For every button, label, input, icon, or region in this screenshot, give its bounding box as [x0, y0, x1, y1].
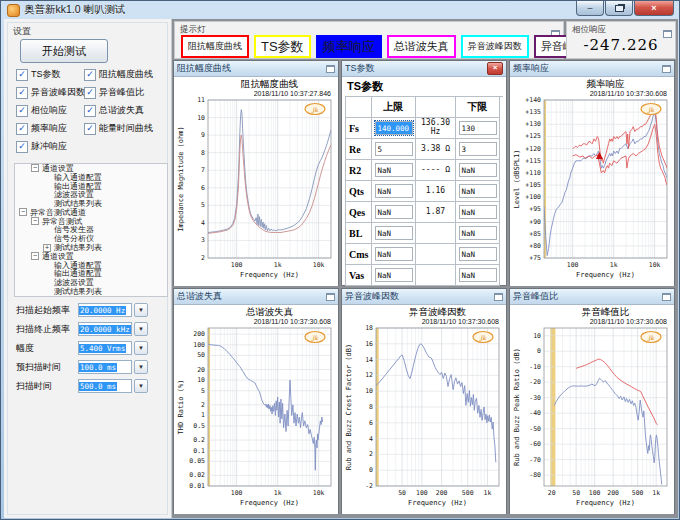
impedance-panel-titlebar[interactable]: 阻抗幅度曲线 — [174, 61, 338, 77]
minimize-button[interactable]: – — [576, 1, 604, 16]
dropdown-arrow-icon[interactable]: ▼ — [134, 341, 148, 355]
settings-header: 设置 — [13, 25, 31, 38]
field-control[interactable]: 100.0 ms▼ — [78, 360, 148, 374]
checkbox-item[interactable]: ✓频率响应 — [16, 123, 84, 134]
tree-item[interactable]: −异常音测试通道 — [15, 208, 167, 217]
checkbox-item[interactable]: ✓阻抗幅度曲线 — [84, 69, 166, 80]
svg-text:-60: -60 — [529, 440, 541, 448]
tree-expander-icon[interactable]: − — [31, 164, 39, 172]
maximize-icon[interactable] — [494, 293, 503, 301]
checkbox-icon[interactable]: ✓ — [16, 141, 28, 153]
checkbox-item[interactable]: ✓相位响应 — [16, 105, 84, 116]
maximize-icon[interactable] — [326, 293, 335, 301]
field-value: 20.0000 kHz — [79, 325, 131, 334]
crest-factor-chart: -2024681012141618501002005001kFrequency … — [342, 305, 506, 514]
svg-text:12: 12 — [365, 371, 373, 379]
svg-text:2: 2 — [201, 254, 205, 262]
svg-text:-20: -20 — [529, 378, 541, 386]
checkbox-icon[interactable]: ✓ — [16, 123, 28, 135]
tree-expander-icon[interactable]: − — [19, 208, 27, 216]
field-control[interactable]: 500.0 ms▼ — [78, 379, 148, 393]
checkbox-icon[interactable]: ✓ — [84, 123, 96, 135]
svg-text:4: 4 — [201, 219, 205, 227]
checkbox-item[interactable]: ✓异音波峰因数 — [16, 87, 84, 98]
checkbox-icon[interactable]: ✓ — [84, 69, 96, 81]
ts-upper-input[interactable]: NaN — [375, 205, 413, 219]
field-value-box[interactable]: 100.0 ms — [78, 360, 132, 374]
svg-text:1k: 1k — [274, 261, 282, 269]
svg-text:+115: +115 — [525, 157, 541, 165]
svg-text:200: 200 — [193, 330, 205, 338]
ts-upper-input[interactable]: NaN — [375, 163, 413, 177]
start-test-button[interactable]: 开始测试 — [20, 39, 108, 63]
indicator-light[interactable]: 阻抗幅度曲线 — [181, 35, 249, 58]
ts-lower-input[interactable]: NaN — [459, 268, 497, 282]
svg-text:8: 8 — [201, 149, 205, 157]
ts-upper-input[interactable]: NaN — [375, 226, 413, 240]
ts-lower-input[interactable]: 3 — [459, 142, 497, 156]
maximize-icon[interactable] — [326, 65, 335, 73]
field-value-box[interactable]: 5.400 Vrms — [78, 341, 132, 355]
maximize-icon[interactable] — [662, 293, 671, 301]
dropdown-arrow-icon[interactable]: ▼ — [134, 379, 148, 393]
ts-lower-input[interactable]: NaN — [459, 205, 497, 219]
thd-panel-titlebar[interactable]: 总谐波失真 — [174, 289, 338, 305]
ts-lower-input[interactable]: NaN — [459, 163, 497, 177]
checkbox-icon[interactable]: ✓ — [16, 105, 28, 117]
ts-upper-input[interactable]: NaN — [375, 184, 413, 198]
indicator-light[interactable]: 异音波峰因数 — [461, 35, 529, 58]
ts-lower-input[interactable]: 130 — [459, 121, 497, 135]
svg-text:11: 11 — [197, 96, 205, 104]
indicator-light[interactable]: 总谐波失真 — [387, 35, 456, 58]
ts-upper-input[interactable]: 5 — [375, 142, 413, 156]
checkbox-icon[interactable]: ✓ — [84, 87, 96, 99]
restore-button[interactable] — [605, 1, 633, 16]
tree-expander-icon[interactable]: − — [31, 217, 39, 225]
svg-text:2018/11/10 10:37:27.846: 2018/11/10 10:37:27.846 — [254, 90, 331, 97]
checkbox-icon[interactable]: ✓ — [84, 105, 96, 117]
dropdown-arrow-icon[interactable]: ▼ — [134, 303, 148, 317]
ts-lower-input[interactable]: NaN — [459, 226, 497, 240]
ts-panel-titlebar[interactable]: TS参数 × — [342, 61, 506, 77]
field-control[interactable]: 20.0000 Hz▼ — [78, 303, 148, 317]
field-control[interactable]: 5.400 Vrms▼ — [78, 341, 148, 355]
tree-item[interactable]: +测试结果列表 — [15, 243, 167, 252]
ts-upper-input[interactable]: NaN — [375, 247, 413, 261]
ts-lower-input[interactable]: NaN — [459, 184, 497, 198]
ts-measured-value: 1.16 — [416, 181, 456, 202]
field-value-box[interactable]: 20.0000 kHz — [78, 322, 132, 336]
checkbox-item[interactable]: ✓TS参数 — [16, 69, 84, 80]
svg-text:+80: +80 — [529, 242, 541, 250]
freq-panel-titlebar[interactable]: 频率响应 — [510, 61, 674, 77]
checkbox-item[interactable]: ✓总谐波失真 — [84, 105, 166, 116]
ts-upper-input[interactable]: NaN — [375, 268, 413, 282]
test-tree[interactable]: −通道设置输入通道配置输出通道配置滤波器设置测试结果列表−异常音测试通道−异常音… — [14, 163, 168, 297]
checkbox-item[interactable]: ✓脉冲响应 — [16, 141, 84, 152]
checkbox-label: 阻抗幅度曲线 — [99, 68, 153, 81]
checkbox-item[interactable]: ✓异音峰值比 — [84, 87, 166, 98]
maximize-icon[interactable] — [662, 65, 671, 73]
ts-upper-input[interactable]: 140.000 — [375, 121, 413, 135]
svg-text:Frequency (Hz): Frequency (Hz) — [576, 271, 635, 279]
field-value-box[interactable]: 20.0000 Hz — [78, 303, 132, 317]
tree-expander-icon[interactable]: − — [31, 252, 39, 260]
svg-text:Rub and Buzz Crest Factor (dB): Rub and Buzz Crest Factor (dB) — [345, 344, 353, 470]
close-button[interactable]: × — [634, 1, 674, 16]
crest-panel-titlebar[interactable]: 异音波峰因数 — [342, 289, 506, 305]
dropdown-arrow-icon[interactable]: ▼ — [134, 360, 148, 374]
close-icon[interactable]: × — [487, 62, 503, 75]
indicator-light[interactable]: 频率响应 — [316, 35, 382, 58]
svg-text:-10: -10 — [529, 363, 541, 371]
dropdown-arrow-icon[interactable]: ▼ — [134, 322, 148, 336]
checkbox-item[interactable]: ✓能量时间曲线 — [84, 123, 166, 134]
field-control[interactable]: 20.0000 kHz▼ — [78, 322, 148, 336]
field-row: 扫描终止频率20.0000 kHz▼ — [16, 322, 168, 336]
indicator-light[interactable]: TS参数 — [254, 35, 311, 58]
ts-lower-input[interactable]: NaN — [459, 247, 497, 261]
tree-item[interactable]: 测试结果列表 — [15, 287, 167, 296]
peak-panel-titlebar[interactable]: 异音峰值比 — [510, 289, 674, 305]
checkbox-icon[interactable]: ✓ — [16, 69, 28, 81]
field-value-box[interactable]: 500.0 ms — [78, 379, 132, 393]
ts-lower-cell: NaN — [456, 265, 500, 286]
checkbox-icon[interactable]: ✓ — [16, 87, 28, 99]
